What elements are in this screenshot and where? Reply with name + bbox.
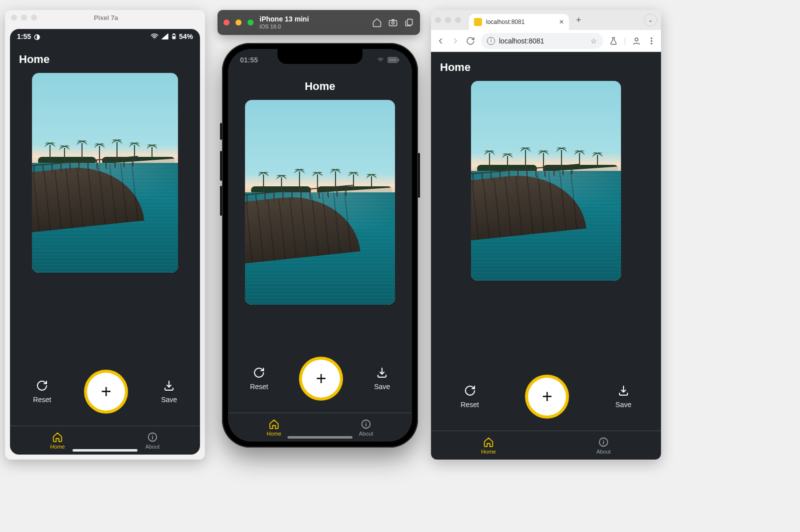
chrome-window: localhost:8081 ✕ + ⌄ i localhost:8081 ☆ … xyxy=(431,10,661,460)
tab-close-icon[interactable]: ✕ xyxy=(559,18,564,25)
profile-icon[interactable] xyxy=(632,36,641,45)
page-title: Home xyxy=(440,61,470,74)
main-image xyxy=(245,100,395,305)
svg-rect-9 xyxy=(398,58,400,61)
menu-icon[interactable] xyxy=(647,36,656,45)
svg-rect-8 xyxy=(389,58,396,62)
sim-device-name: iPhone 13 mini xyxy=(260,15,309,23)
reset-button[interactable]: Reset xyxy=(250,367,268,391)
svg-point-5 xyxy=(392,21,394,24)
home-icon xyxy=(268,419,280,430)
main-image xyxy=(32,73,178,273)
reset-icon xyxy=(253,367,265,379)
status-time: 01:55 xyxy=(240,56,258,64)
plus-icon: + xyxy=(316,370,326,388)
info-icon xyxy=(598,437,609,448)
ios-simulator-window: iPhone 13 mini iOS 18.0 01:55 xyxy=(218,10,422,448)
reset-button[interactable]: Reset xyxy=(460,385,479,409)
add-button[interactable]: + xyxy=(528,378,566,416)
sim-copy-icon[interactable] xyxy=(404,17,414,27)
add-button[interactable]: + xyxy=(87,373,125,411)
favicon-icon xyxy=(474,18,482,26)
traffic-min-icon[interactable] xyxy=(236,19,242,25)
reset-button[interactable]: Reset xyxy=(33,380,52,404)
android-window-title: Pixel 7a xyxy=(37,14,175,21)
chrome-tab-strip: localhost:8081 ✕ + ⌄ xyxy=(431,10,661,30)
svg-point-12 xyxy=(651,37,652,38)
reload-icon[interactable] xyxy=(466,36,475,45)
reset-label: Reset xyxy=(250,383,268,391)
plus-icon: + xyxy=(542,388,552,406)
tab-home-label: Home xyxy=(266,431,281,437)
app-root-ios: Home xyxy=(228,71,412,442)
ios-simulator-titlebar[interactable]: iPhone 13 mini iOS 18.0 xyxy=(218,10,420,35)
site-info-icon[interactable]: i xyxy=(487,37,495,45)
svg-rect-2 xyxy=(173,34,174,35)
page-title: Home xyxy=(304,80,335,93)
add-button[interactable]: + xyxy=(302,360,340,398)
tab-about[interactable]: About xyxy=(546,431,661,460)
iphone-device-frame: 01:55 Home xyxy=(222,43,418,448)
traffic-close-icon[interactable] xyxy=(224,19,230,25)
android-nav-pill[interactable] xyxy=(72,449,138,452)
reset-icon xyxy=(464,385,476,397)
home-icon xyxy=(483,437,494,448)
save-button[interactable]: Save xyxy=(374,367,390,391)
home-icon xyxy=(52,432,63,443)
svg-rect-4 xyxy=(390,20,397,26)
browser-tab[interactable]: localhost:8081 ✕ xyxy=(469,14,569,30)
action-row: Reset + Save xyxy=(431,365,661,431)
save-button[interactable]: Save xyxy=(616,385,632,409)
download-icon xyxy=(163,380,175,392)
tab-overflow-button[interactable]: ⌄ xyxy=(644,13,657,26)
sim-screenshot-icon[interactable] xyxy=(388,17,398,27)
action-row: Reset + Save xyxy=(228,347,412,413)
tab-about-label: About xyxy=(146,444,160,450)
tab-title: localhost:8081 xyxy=(486,18,524,25)
status-time: 1:55 xyxy=(17,32,31,40)
tab-home-label: Home xyxy=(481,449,496,455)
android-emulator-window: Pixel 7a 1:55 ◑ 54% Home xyxy=(5,10,205,460)
android-status-bar: 1:55 ◑ 54% xyxy=(10,29,200,44)
download-icon xyxy=(618,385,630,397)
traffic-close-icon[interactable] xyxy=(11,14,17,20)
tab-about-label: About xyxy=(596,449,611,455)
ios-home-indicator[interactable] xyxy=(288,436,352,439)
app-root-web: Home xyxy=(431,52,661,460)
address-bar[interactable]: i localhost:8081 ☆ xyxy=(481,33,603,49)
traffic-max-icon[interactable] xyxy=(31,14,37,20)
bottom-tab-bar: Home About xyxy=(431,431,661,460)
sim-home-icon[interactable] xyxy=(372,17,382,27)
chrome-toolbar: i localhost:8081 ☆ | xyxy=(431,30,661,52)
tab-home-label: Home xyxy=(50,444,64,450)
traffic-min-icon[interactable] xyxy=(21,14,27,20)
info-icon xyxy=(360,419,372,430)
svg-point-11 xyxy=(635,38,638,41)
traffic-close-icon[interactable] xyxy=(435,17,441,23)
back-icon[interactable] xyxy=(436,36,445,45)
app-root-android: Home xyxy=(10,44,200,455)
svg-point-13 xyxy=(651,40,652,41)
save-button[interactable]: Save xyxy=(161,380,177,404)
android-window-titlebar[interactable]: Pixel 7a xyxy=(5,10,205,25)
labs-icon[interactable] xyxy=(609,36,618,45)
traffic-min-icon[interactable] xyxy=(445,17,451,23)
tab-about-label: About xyxy=(359,431,374,437)
address-text: localhost:8081 xyxy=(499,37,544,45)
traffic-max-icon[interactable] xyxy=(248,19,254,25)
reset-label: Reset xyxy=(460,401,479,409)
reset-icon xyxy=(36,380,48,392)
save-label: Save xyxy=(374,383,390,391)
save-label: Save xyxy=(161,396,177,404)
traffic-max-icon[interactable] xyxy=(455,17,461,23)
battery-icon xyxy=(387,57,400,63)
wifi-icon xyxy=(150,32,159,41)
download-icon xyxy=(376,367,388,379)
forward-icon[interactable] xyxy=(451,36,460,45)
iphone-notch xyxy=(278,49,362,64)
tab-home[interactable]: Home xyxy=(431,431,546,460)
signal-icon xyxy=(161,32,169,40)
new-tab-button[interactable]: + xyxy=(573,15,584,25)
bookmark-icon[interactable]: ☆ xyxy=(590,37,597,45)
svg-point-14 xyxy=(651,43,652,44)
